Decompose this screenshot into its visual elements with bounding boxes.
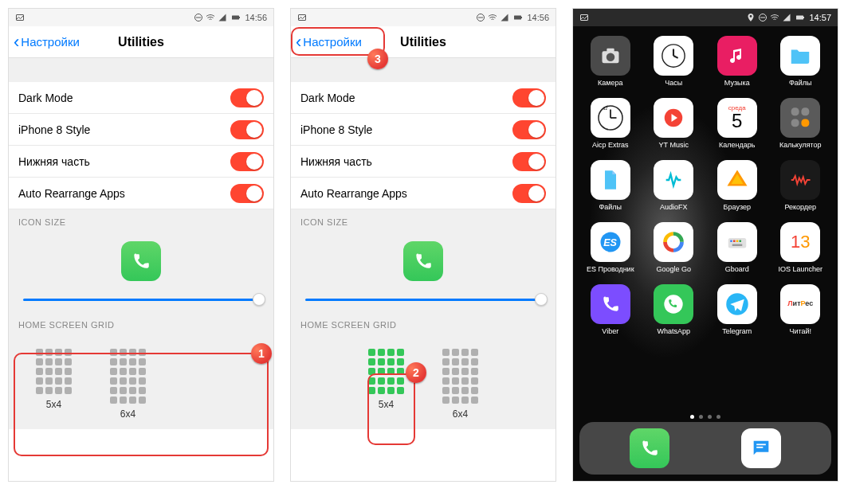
grid-label: 5x4 bbox=[368, 399, 404, 410]
app-label: YT Music bbox=[659, 141, 689, 149]
toggle-rearrange[interactable] bbox=[512, 184, 546, 203]
app-календарь[interactable]: среда5Календарь bbox=[708, 98, 767, 149]
app-es-проводник[interactable]: ESES Проводник bbox=[581, 222, 640, 273]
section-icon-size: ICON SIZE bbox=[9, 209, 273, 235]
battery-icon bbox=[230, 13, 242, 22]
svg-rect-28 bbox=[802, 107, 810, 115]
row-label: Нижняя часть bbox=[300, 155, 372, 168]
grid-option-6x4[interactable]: 6x4 bbox=[439, 346, 481, 423]
app-aicp-extras[interactable]: 12Aicp Extras bbox=[581, 98, 640, 149]
badge-1: 1 bbox=[251, 343, 272, 364]
app-gboard[interactable]: Gboard bbox=[708, 222, 767, 273]
app-google-go[interactable]: Google Go bbox=[645, 222, 704, 273]
messages-icon bbox=[750, 437, 772, 459]
app-audiofx[interactable]: AudioFX bbox=[645, 160, 704, 211]
section-home-grid: HOME SCREEN GRID bbox=[9, 312, 273, 338]
app-label: Gboard bbox=[725, 265, 749, 273]
app-telegram[interactable]: Telegram bbox=[708, 284, 767, 335]
row-label: Auto Rearrange Apps bbox=[300, 187, 407, 200]
toggle-dark-mode[interactable] bbox=[512, 88, 546, 107]
app-icon: среда5 bbox=[717, 98, 757, 138]
status-bar: 14:56 bbox=[9, 9, 273, 26]
status-time: 14:56 bbox=[527, 13, 549, 22]
app-icon: 12 bbox=[591, 98, 630, 138]
slider-thumb[interactable] bbox=[253, 293, 265, 306]
app-label: Файлы bbox=[789, 79, 812, 87]
page-indicator bbox=[573, 415, 838, 419]
row-label: Dark Mode bbox=[300, 92, 355, 104]
dock-phone-app[interactable] bbox=[630, 428, 669, 468]
section-home-grid: HOME SCREEN GRID bbox=[291, 312, 556, 338]
grid-preview bbox=[110, 349, 146, 404]
app-icon bbox=[591, 284, 630, 324]
svg-rect-8 bbox=[514, 16, 521, 20]
svg-rect-0 bbox=[17, 15, 24, 21]
app-label: Камера bbox=[598, 79, 622, 87]
app-icon bbox=[780, 160, 820, 200]
svg-rect-44 bbox=[732, 244, 743, 247]
app-читай![interactable]: ЛитРесЧитай! bbox=[771, 284, 830, 335]
app-icon: ES bbox=[591, 222, 630, 262]
app-label: Рекордер bbox=[784, 203, 816, 211]
toggle-dock[interactable] bbox=[230, 152, 264, 171]
app-браузер[interactable]: Браузер bbox=[708, 160, 767, 211]
app-рекордер[interactable]: Рекордер bbox=[771, 160, 830, 211]
icon-size-slider[interactable] bbox=[291, 287, 556, 312]
grid-preview bbox=[368, 349, 404, 394]
back-label: Настройки bbox=[21, 35, 80, 49]
app-icon bbox=[780, 36, 820, 76]
back-button[interactable]: ‹ Настройки bbox=[14, 33, 80, 51]
grid-option-6x4[interactable]: 6x4 bbox=[107, 346, 149, 423]
location-icon bbox=[746, 13, 756, 22]
grid-label: 5x4 bbox=[36, 399, 72, 410]
svg-text:ES: ES bbox=[603, 237, 617, 248]
icon-preview bbox=[9, 235, 273, 287]
app-файлы[interactable]: Файлы bbox=[771, 36, 830, 87]
image-icon bbox=[579, 13, 589, 22]
app-музыка[interactable]: Музыка bbox=[708, 36, 767, 87]
toggle-dark-mode[interactable] bbox=[230, 88, 264, 107]
toggle-dock[interactable] bbox=[512, 152, 546, 171]
status-time: 14:57 bbox=[809, 13, 831, 22]
section-icon-size: ICON SIZE bbox=[291, 209, 556, 235]
row-dock: Нижняя часть bbox=[291, 146, 556, 178]
app-часы[interactable]: Часы bbox=[645, 36, 704, 87]
slider-thumb[interactable] bbox=[535, 293, 548, 306]
app-yt-music[interactable]: YT Music bbox=[645, 98, 704, 149]
app-ios-launcher[interactable]: 13IOS Launcher bbox=[771, 222, 830, 273]
svg-rect-27 bbox=[791, 107, 799, 115]
back-button[interactable]: ‹ Настройки bbox=[296, 33, 362, 51]
status-bar: 14:57 bbox=[573, 9, 838, 26]
app-icon bbox=[654, 98, 693, 138]
app-калькулятор[interactable]: Калькулятор bbox=[771, 98, 830, 149]
grid-option-5x4[interactable]: 5x4 bbox=[365, 346, 407, 423]
toggle-rearrange[interactable] bbox=[230, 184, 264, 203]
home-screen[interactable]: КамераЧасыМузыкаФайлы12Aicp ExtrasYT Mus… bbox=[573, 26, 838, 481]
app-icon bbox=[717, 284, 757, 324]
app-whatsapp[interactable]: WhatsApp bbox=[645, 284, 704, 335]
wifi-icon bbox=[488, 13, 497, 22]
dock-messages-app[interactable] bbox=[741, 428, 781, 468]
svg-text:12: 12 bbox=[603, 107, 608, 111]
app-icon: 13 bbox=[780, 222, 820, 262]
phone-screen-1: 14:56 ‹ Настройки Utilities Dark Mode iP… bbox=[8, 8, 274, 482]
image-icon bbox=[297, 13, 307, 22]
app-камера[interactable]: Камера bbox=[581, 36, 640, 87]
app-label: Читай! bbox=[789, 327, 811, 335]
spacer bbox=[291, 58, 556, 82]
toggle-iphone8[interactable] bbox=[512, 120, 546, 139]
svg-rect-13 bbox=[796, 16, 803, 20]
grid-preview bbox=[36, 349, 72, 394]
grid-label: 6x4 bbox=[110, 408, 146, 420]
signal-icon bbox=[500, 13, 509, 22]
icon-size-slider[interactable] bbox=[9, 287, 273, 312]
grid-option-5x4[interactable]: 5x4 bbox=[33, 346, 75, 423]
app-label: Браузер bbox=[724, 203, 751, 211]
app-файлы[interactable]: Файлы bbox=[581, 160, 640, 211]
app-label: Google Go bbox=[656, 265, 691, 273]
svg-rect-42 bbox=[736, 240, 739, 243]
badge-2: 2 bbox=[406, 362, 426, 383]
signal-icon bbox=[782, 13, 791, 22]
toggle-iphone8[interactable] bbox=[230, 120, 264, 139]
app-viber[interactable]: Viber bbox=[581, 284, 640, 335]
